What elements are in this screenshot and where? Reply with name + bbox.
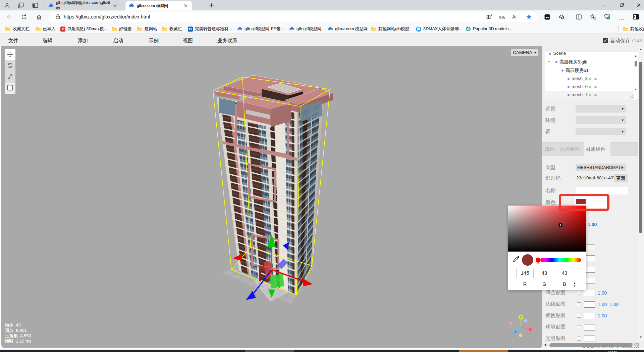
svg-text:Y: Y xyxy=(520,315,522,319)
svg-text:Z: Z xyxy=(515,330,517,334)
svg-text:TX: TX xyxy=(189,28,192,31)
svg-text:C: C xyxy=(62,28,64,31)
svg-text:GLB: GLB xyxy=(290,29,294,31)
svg-text:GLB: GLB xyxy=(329,29,332,31)
svg-text:X: X xyxy=(529,327,532,331)
svg-text:GLB: GLB xyxy=(238,29,242,31)
